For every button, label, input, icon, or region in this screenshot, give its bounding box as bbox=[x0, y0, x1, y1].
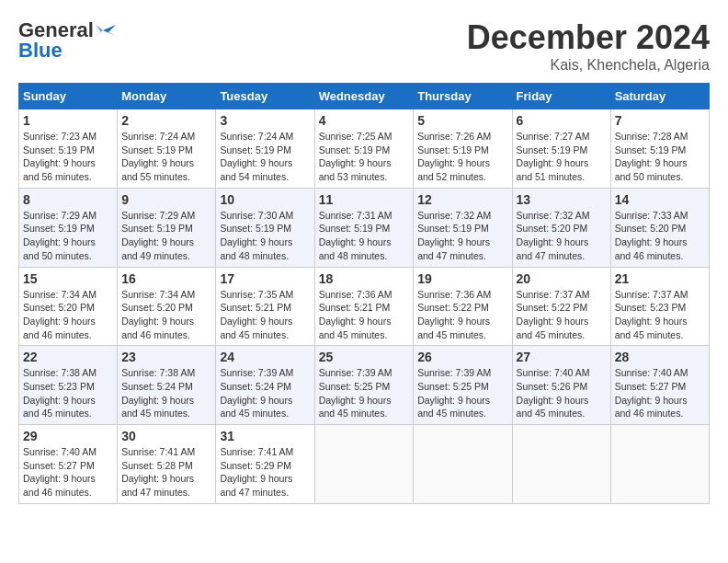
day-info: Sunrise: 7:39 AM Sunset: 5:24 PM Dayligh… bbox=[220, 366, 310, 420]
day-number: 16 bbox=[121, 271, 211, 286]
weekday-header: Monday bbox=[118, 84, 216, 109]
calendar-cell: 2Sunrise: 7:24 AM Sunset: 5:19 PM Daylig… bbox=[118, 109, 216, 189]
day-info: Sunrise: 7:39 AM Sunset: 5:25 PM Dayligh… bbox=[417, 366, 507, 420]
day-info: Sunrise: 7:40 AM Sunset: 5:27 PM Dayligh… bbox=[23, 445, 113, 500]
calendar-cell: 23Sunrise: 7:38 AM Sunset: 5:24 PM Dayli… bbox=[118, 346, 216, 425]
day-info: Sunrise: 7:33 AM Sunset: 5:20 PM Dayligh… bbox=[615, 209, 705, 263]
page-header: General Blue December 2024 Kais, Khenche… bbox=[18, 18, 710, 74]
day-info: Sunrise: 7:24 AM Sunset: 5:19 PM Dayligh… bbox=[220, 130, 310, 184]
day-info: Sunrise: 7:34 AM Sunset: 5:20 PM Dayligh… bbox=[23, 288, 113, 342]
day-info: Sunrise: 7:37 AM Sunset: 5:22 PM Dayligh… bbox=[517, 288, 607, 342]
calendar-cell: 17Sunrise: 7:35 AM Sunset: 5:21 PM Dayli… bbox=[216, 267, 314, 346]
weekday-header: Saturday bbox=[610, 84, 709, 109]
day-number: 19 bbox=[417, 271, 507, 286]
day-info: Sunrise: 7:29 AM Sunset: 5:19 PM Dayligh… bbox=[121, 209, 211, 263]
day-info: Sunrise: 7:25 AM Sunset: 5:19 PM Dayligh… bbox=[319, 130, 410, 184]
calendar-cell bbox=[414, 425, 512, 504]
calendar-week-row: 8Sunrise: 7:29 AM Sunset: 5:19 PM Daylig… bbox=[19, 188, 710, 267]
calendar-cell: 27Sunrise: 7:40 AM Sunset: 5:26 PM Dayli… bbox=[512, 346, 610, 425]
day-number: 4 bbox=[319, 113, 410, 128]
calendar-cell: 14Sunrise: 7:33 AM Sunset: 5:20 PM Dayli… bbox=[610, 188, 709, 267]
day-number: 10 bbox=[220, 192, 310, 207]
day-info: Sunrise: 7:37 AM Sunset: 5:23 PM Dayligh… bbox=[615, 288, 705, 342]
day-number: 31 bbox=[220, 429, 310, 443]
calendar-cell bbox=[314, 425, 414, 504]
calendar-header-row: SundayMondayTuesdayWednesdayThursdayFrid… bbox=[19, 84, 710, 109]
title-block: December 2024 Kais, Khenchela, Algeria bbox=[467, 18, 710, 74]
day-info: Sunrise: 7:36 AM Sunset: 5:22 PM Dayligh… bbox=[417, 288, 507, 342]
logo-bird-icon bbox=[96, 23, 116, 38]
calendar-cell: 15Sunrise: 7:34 AM Sunset: 5:20 PM Dayli… bbox=[19, 267, 118, 346]
calendar-cell: 8Sunrise: 7:29 AM Sunset: 5:19 PM Daylig… bbox=[19, 188, 118, 267]
day-number: 27 bbox=[517, 350, 607, 364]
calendar-cell: 18Sunrise: 7:36 AM Sunset: 5:21 PM Dayli… bbox=[314, 267, 414, 346]
calendar-cell: 24Sunrise: 7:39 AM Sunset: 5:24 PM Dayli… bbox=[216, 346, 314, 425]
day-number: 9 bbox=[121, 192, 211, 207]
day-number: 18 bbox=[319, 271, 410, 286]
calendar-week-row: 1Sunrise: 7:23 AM Sunset: 5:19 PM Daylig… bbox=[19, 109, 710, 189]
weekday-header: Thursday bbox=[414, 84, 512, 109]
calendar-cell bbox=[512, 425, 610, 504]
calendar-cell: 10Sunrise: 7:30 AM Sunset: 5:19 PM Dayli… bbox=[216, 188, 314, 267]
logo: General Blue bbox=[18, 18, 116, 63]
day-info: Sunrise: 7:32 AM Sunset: 5:19 PM Dayligh… bbox=[417, 209, 507, 263]
day-info: Sunrise: 7:29 AM Sunset: 5:19 PM Dayligh… bbox=[23, 209, 113, 263]
day-info: Sunrise: 7:40 AM Sunset: 5:27 PM Dayligh… bbox=[615, 366, 705, 420]
day-info: Sunrise: 7:27 AM Sunset: 5:19 PM Dayligh… bbox=[517, 130, 607, 184]
weekday-header: Wednesday bbox=[314, 84, 414, 109]
day-number: 6 bbox=[517, 113, 607, 128]
calendar-cell: 11Sunrise: 7:31 AM Sunset: 5:19 PM Dayli… bbox=[314, 188, 414, 267]
day-info: Sunrise: 7:23 AM Sunset: 5:19 PM Dayligh… bbox=[23, 130, 113, 184]
day-info: Sunrise: 7:39 AM Sunset: 5:25 PM Dayligh… bbox=[319, 366, 410, 420]
day-number: 28 bbox=[615, 350, 705, 364]
calendar-table: SundayMondayTuesdayWednesdayThursdayFrid… bbox=[18, 83, 710, 504]
day-number: 25 bbox=[319, 350, 410, 364]
svg-marker-1 bbox=[96, 25, 103, 36]
day-number: 11 bbox=[319, 192, 410, 207]
svg-marker-0 bbox=[103, 25, 116, 36]
day-info: Sunrise: 7:32 AM Sunset: 5:20 PM Dayligh… bbox=[517, 209, 607, 263]
day-number: 30 bbox=[121, 429, 211, 443]
calendar-cell: 26Sunrise: 7:39 AM Sunset: 5:25 PM Dayli… bbox=[414, 346, 512, 425]
day-info: Sunrise: 7:24 AM Sunset: 5:19 PM Dayligh… bbox=[121, 130, 211, 184]
calendar-cell: 7Sunrise: 7:28 AM Sunset: 5:19 PM Daylig… bbox=[610, 109, 709, 189]
page-subtitle: Kais, Khenchela, Algeria bbox=[467, 57, 710, 74]
calendar-week-row: 15Sunrise: 7:34 AM Sunset: 5:20 PM Dayli… bbox=[19, 267, 710, 346]
day-info: Sunrise: 7:35 AM Sunset: 5:21 PM Dayligh… bbox=[220, 288, 310, 342]
day-number: 21 bbox=[615, 271, 705, 286]
calendar-cell: 5Sunrise: 7:26 AM Sunset: 5:19 PM Daylig… bbox=[414, 109, 512, 189]
calendar-cell: 9Sunrise: 7:29 AM Sunset: 5:19 PM Daylig… bbox=[118, 188, 216, 267]
calendar-cell: 30Sunrise: 7:41 AM Sunset: 5:28 PM Dayli… bbox=[118, 425, 216, 504]
day-number: 22 bbox=[23, 350, 113, 364]
day-number: 24 bbox=[220, 350, 310, 364]
day-number: 2 bbox=[121, 113, 211, 128]
day-number: 15 bbox=[23, 271, 113, 286]
day-info: Sunrise: 7:26 AM Sunset: 5:19 PM Dayligh… bbox=[417, 130, 507, 184]
calendar-cell: 12Sunrise: 7:32 AM Sunset: 5:19 PM Dayli… bbox=[414, 188, 512, 267]
calendar-cell: 22Sunrise: 7:38 AM Sunset: 5:23 PM Dayli… bbox=[19, 346, 118, 425]
day-number: 14 bbox=[615, 192, 705, 207]
page-title: December 2024 bbox=[467, 18, 710, 57]
calendar-cell: 19Sunrise: 7:36 AM Sunset: 5:22 PM Dayli… bbox=[414, 267, 512, 346]
day-info: Sunrise: 7:28 AM Sunset: 5:19 PM Dayligh… bbox=[615, 130, 705, 184]
calendar-cell: 4Sunrise: 7:25 AM Sunset: 5:19 PM Daylig… bbox=[314, 109, 414, 189]
weekday-header: Tuesday bbox=[216, 84, 314, 109]
calendar-cell: 31Sunrise: 7:41 AM Sunset: 5:29 PM Dayli… bbox=[216, 425, 314, 504]
calendar-cell: 25Sunrise: 7:39 AM Sunset: 5:25 PM Dayli… bbox=[314, 346, 414, 425]
day-number: 12 bbox=[417, 192, 507, 207]
day-info: Sunrise: 7:38 AM Sunset: 5:24 PM Dayligh… bbox=[121, 366, 211, 420]
calendar-cell: 29Sunrise: 7:40 AM Sunset: 5:27 PM Dayli… bbox=[19, 425, 118, 504]
day-number: 3 bbox=[220, 113, 310, 128]
logo-blue: Blue bbox=[18, 39, 63, 63]
calendar-cell: 16Sunrise: 7:34 AM Sunset: 5:20 PM Dayli… bbox=[118, 267, 216, 346]
calendar-week-row: 29Sunrise: 7:40 AM Sunset: 5:27 PM Dayli… bbox=[19, 425, 710, 504]
day-number: 8 bbox=[23, 192, 113, 207]
day-number: 26 bbox=[417, 350, 507, 364]
calendar-cell: 3Sunrise: 7:24 AM Sunset: 5:19 PM Daylig… bbox=[216, 109, 314, 189]
day-number: 17 bbox=[220, 271, 310, 286]
weekday-header: Friday bbox=[512, 84, 610, 109]
day-info: Sunrise: 7:41 AM Sunset: 5:28 PM Dayligh… bbox=[121, 445, 211, 500]
day-number: 7 bbox=[615, 113, 705, 128]
day-number: 29 bbox=[23, 429, 113, 443]
day-info: Sunrise: 7:38 AM Sunset: 5:23 PM Dayligh… bbox=[23, 366, 113, 420]
